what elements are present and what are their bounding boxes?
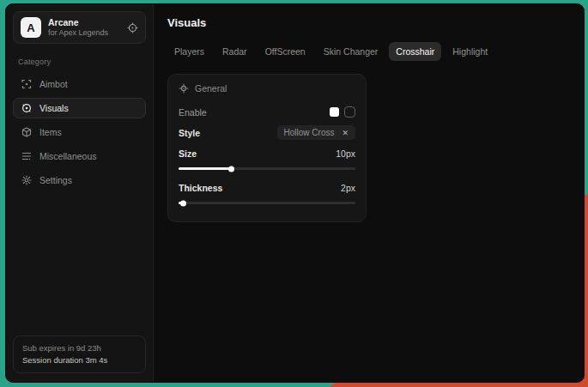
sidebar-item-label: Aimbot [39, 79, 68, 89]
target-icon[interactable] [127, 22, 138, 33]
grid-icon [21, 151, 32, 161]
eye-icon [21, 103, 32, 113]
color-swatch[interactable] [330, 107, 339, 117]
slider-thumb[interactable] [180, 200, 186, 206]
box-icon [21, 127, 32, 137]
style-row: Style Hollow Cross ✕ [179, 124, 355, 142]
subscription-card: Sub expires in 9d 23h Session duration 3… [13, 336, 146, 373]
app-logo: A [21, 17, 41, 38]
size-slider[interactable] [179, 162, 355, 176]
slider-thumb[interactable] [228, 166, 234, 172]
slider-track [179, 202, 355, 204]
size-value: 10px [336, 148, 355, 159]
sidebar-item-label: Visuals [39, 103, 69, 113]
tab-crosshair[interactable]: Crosshair [389, 42, 441, 61]
slider-track [179, 167, 355, 170]
size-row: Size 10px [179, 144, 355, 162]
tab-radar[interactable]: Radar [215, 42, 254, 61]
sidebar-item-visuals[interactable]: Visuals [13, 98, 146, 118]
sidebar: A Arcane for Apex Legends Category [6, 4, 154, 382]
style-dropdown[interactable]: Hollow Cross ✕ [277, 125, 355, 140]
sidebar-item-label: Settings [39, 175, 72, 185]
enable-label: Enable [179, 107, 207, 118]
tab-offscreen[interactable]: OffScreen [258, 42, 312, 61]
size-label: Size [179, 148, 197, 159]
tab-highlight[interactable]: Highlight [446, 42, 494, 61]
category-label: Category [18, 57, 141, 66]
tab-players[interactable]: Players [167, 42, 211, 61]
thickness-row: Thickness 2px [179, 178, 355, 197]
thickness-value: 2px [341, 183, 355, 193]
enable-row: Enable [179, 103, 355, 121]
brand-card: A Arcane for Apex Legends [13, 11, 146, 44]
app-name: Arcane [48, 17, 120, 28]
panel-header: General [179, 83, 355, 94]
sidebar-item-label: Miscellaneous [39, 151, 97, 161]
sidebar-item-items[interactable]: Items [13, 122, 146, 142]
app-subtitle: for Apex Legends [48, 28, 120, 38]
slider-fill [179, 202, 184, 204]
session-duration-text: Session duration 3m 4s [22, 354, 136, 366]
panel-title: General [195, 83, 227, 94]
app-window: A Arcane for Apex Legends Category [5, 3, 585, 383]
sub-expiry-text: Sub expires in 9d 23h [22, 342, 136, 354]
slider-fill [179, 167, 232, 170]
sidebar-item-settings[interactable]: Settings [13, 170, 146, 190]
general-panel: General Enable Style Hollow Cross ✕ Size… [167, 74, 367, 222]
thickness-label: Thickness [179, 183, 222, 193]
page-title: Visuals [167, 16, 570, 29]
tab-bar: Players Radar OffScreen Skin Changer Cro… [167, 42, 570, 61]
gear-icon [21, 175, 32, 185]
sidebar-item-aimbot[interactable]: Aimbot [13, 74, 146, 94]
thickness-slider[interactable] [179, 197, 355, 210]
sidebar-item-label: Items [39, 127, 62, 137]
enable-checkbox[interactable] [344, 106, 355, 118]
style-value: Hollow Cross [284, 128, 335, 137]
style-label: Style [179, 128, 200, 138]
crosshair-icon [21, 79, 32, 89]
main-content: Visuals Players Radar OffScreen Skin Cha… [154, 4, 584, 382]
brand-text: Arcane for Apex Legends [48, 17, 120, 38]
sidebar-nav: Aimbot Visuals [13, 74, 146, 190]
clear-icon[interactable]: ✕ [342, 129, 349, 137]
sidebar-item-miscellaneous[interactable]: Miscellaneous [13, 146, 146, 166]
tab-skin-changer[interactable]: Skin Changer [317, 42, 385, 61]
general-icon [179, 83, 189, 94]
